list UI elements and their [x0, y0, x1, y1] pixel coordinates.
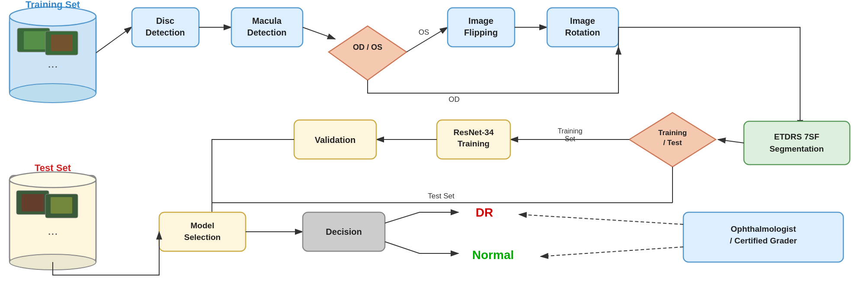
svg-text:Image: Image	[468, 16, 493, 26]
diagram: Training Set ··· Test Set ···	[0, 0, 868, 282]
svg-text:Flipping: Flipping	[464, 28, 498, 37]
svg-text:OD / OS: OD / OS	[353, 43, 382, 52]
svg-text:Image: Image	[570, 16, 595, 26]
svg-text:Ophthalmologist: Ophthalmologist	[731, 224, 797, 233]
training-test-diamond: Training / Test	[629, 113, 716, 167]
svg-text:Detection: Detection	[247, 28, 286, 37]
etdrs-box: ETDRS 7SF Segmentation	[744, 121, 850, 165]
svg-line-75	[541, 247, 683, 256]
svg-text:Segmentation: Segmentation	[769, 144, 824, 153]
svg-marker-33	[329, 26, 407, 80]
macula-detection-box: Macula Detection	[231, 8, 303, 47]
svg-line-48	[718, 139, 744, 143]
svg-text:···: ···	[48, 59, 58, 73]
svg-text:Model: Model	[191, 221, 215, 230]
resnet-box: ResNet-34 Training	[437, 120, 510, 159]
svg-text:Validation: Validation	[315, 135, 356, 145]
svg-text:ETDRS 7SF: ETDRS 7SF	[774, 132, 820, 141]
disc-detection-box: Disc Detection	[132, 8, 199, 47]
svg-text:···: ···	[48, 227, 58, 240]
svg-rect-29	[231, 8, 303, 47]
training-set-label: Training Set	[26, 0, 80, 10]
svg-rect-41	[547, 8, 618, 47]
svg-rect-37	[448, 8, 515, 47]
svg-rect-22	[51, 197, 72, 214]
svg-text:Test Set: Test Set	[428, 192, 455, 200]
decision-box: Decision	[303, 212, 385, 251]
svg-text:/ Certified Grader: / Certified Grader	[730, 236, 797, 245]
model-selection-box: Model Selection	[159, 212, 246, 251]
normal-label: Normal	[472, 248, 514, 262]
svg-point-15	[10, 172, 96, 188]
svg-text:/ Test: / Test	[663, 139, 682, 147]
svg-text:Selection: Selection	[184, 233, 221, 242]
training-set-cylinder: Training Set ···	[10, 0, 96, 103]
svg-text:Macula: Macula	[252, 16, 282, 26]
svg-text:Detection: Detection	[145, 28, 185, 37]
svg-text:Decision: Decision	[326, 227, 362, 237]
svg-rect-63	[159, 212, 246, 251]
svg-text:Set: Set	[565, 135, 576, 143]
svg-text:Disc: Disc	[156, 16, 174, 26]
svg-text:Training: Training	[557, 127, 582, 135]
svg-rect-45	[744, 121, 850, 165]
dr-label: DR	[476, 206, 493, 219]
test-set-label: Test Set	[35, 162, 71, 173]
image-flipping-box: Image Flipping	[448, 8, 515, 47]
svg-text:Normal: Normal	[472, 248, 514, 262]
od-os-diamond: OD / OS	[329, 26, 407, 80]
svg-rect-6	[24, 31, 48, 49]
image-rotation-box: Image Rotation	[547, 8, 618, 47]
svg-rect-20	[22, 194, 44, 211]
svg-rect-25	[132, 8, 199, 47]
svg-text:Training: Training	[458, 139, 490, 148]
svg-rect-12	[10, 175, 96, 262]
svg-point-4	[10, 84, 96, 103]
svg-text:OD: OD	[448, 95, 460, 104]
svg-line-24	[96, 27, 132, 53]
validation-box: Validation	[294, 120, 376, 159]
svg-text:OS: OS	[419, 28, 429, 36]
ophthalmologist-box: Ophthalmologist / Certified Grader	[683, 212, 843, 262]
svg-text:Rotation: Rotation	[565, 28, 600, 37]
svg-text:Training: Training	[658, 129, 687, 137]
test-set-cylinder: Test Set ···	[10, 162, 96, 270]
svg-text:ResNet-34: ResNet-34	[454, 128, 494, 137]
svg-line-32	[303, 27, 335, 39]
svg-rect-8	[51, 35, 73, 51]
svg-text:DR: DR	[476, 206, 493, 219]
svg-line-74	[519, 214, 683, 224]
